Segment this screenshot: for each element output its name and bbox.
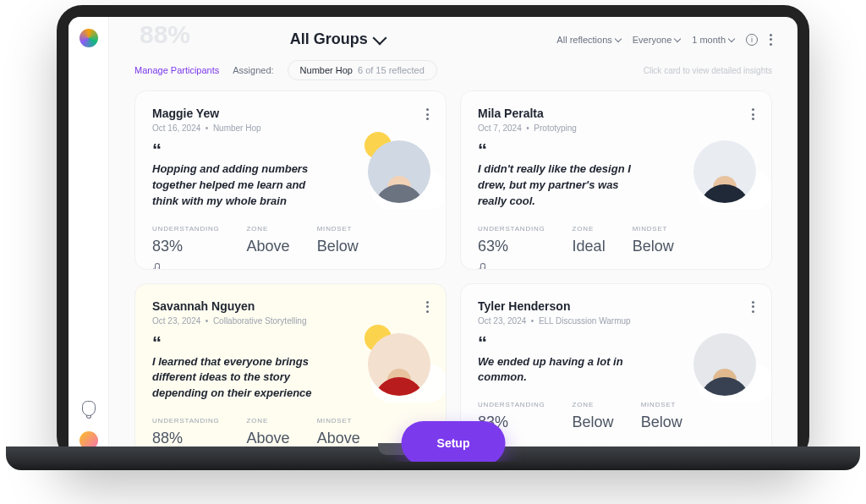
metrics-row: Understanding 83% Zone Below Mindset Bel… [478,401,754,431]
main-panel: 88% All Groups All reflections Everyon [109,17,797,462]
card-subtitle: Oct 7, 2024 • Prototyping [478,123,743,133]
reflection-card[interactable]: Mila Peralta Oct 7, 2024 • Prototyping “… [460,90,772,270]
view-evidence-link[interactable]: View evidence [152,267,429,270]
card-more-icon[interactable] [426,108,429,120]
metric-zone: Zone Above [247,225,290,255]
metric-zone: Zone Above [247,417,290,447]
metric-mindset: Mindset Below [641,401,682,431]
background-metric: 88% [140,20,190,49]
metric-understanding: Understanding 83% [152,225,220,255]
reflection-quote: I learned that everyone brings different… [152,354,324,403]
sub-bar: Manage Participants Assigned: Number Hop… [109,57,797,90]
metrics-row: Understanding 63% Zone Ideal Mindset Bel… [478,225,754,255]
filter-reflections[interactable]: All reflections [556,35,620,45]
info-icon[interactable]: i [746,34,758,46]
card-header: Tyler Henderson Oct 23, 2024 • ELL Discu… [478,299,754,326]
filter-period-label: 1 month [692,35,726,45]
app-logo-icon[interactable] [79,29,98,47]
filter-people-label: Everyone [633,35,671,45]
more-menu-icon[interactable] [770,34,772,46]
top-bar: 88% All Groups All reflections Everyon [109,17,797,57]
card-header: Maggie Yew Oct 16, 2024 • Number Hop [152,107,429,133]
group-selector-label: All Groups [290,30,368,48]
card-header: Mila Peralta Oct 7, 2024 • Prototyping [478,107,754,133]
reflection-card[interactable]: Maggie Yew Oct 16, 2024 • Number Hop “ H… [134,90,447,270]
student-name: Maggie Yew [152,107,418,120]
student-avatar [368,333,430,396]
filter-people[interactable]: Everyone [633,35,680,45]
student-name: Tyler Henderson [478,299,743,313]
attachment-icon [152,267,161,270]
metric-understanding: Understanding 63% [478,225,545,255]
metric-mindset: Mindset Below [317,225,359,255]
student-avatar [693,333,756,396]
metric-zone: Zone Below [573,401,614,431]
chevron-down-icon [372,30,386,45]
sidebar-bottom [79,401,98,450]
chevron-down-icon [615,35,622,41]
chevron-down-icon [674,35,681,41]
app-screen: 88% All Groups All reflections Everyon [69,17,797,462]
laptop-frame: 88% All Groups All reflections Everyon [57,5,809,462]
metric-zone: Zone Ideal [573,225,606,255]
card-illustration [693,333,756,396]
reflection-card[interactable]: Savannah Nguyen Oct 23, 2024 • Collabora… [134,283,447,463]
chevron-down-icon [728,35,735,41]
metrics-row: Understanding 83% Zone Above Mindset Bel… [152,225,429,255]
student-avatar [693,140,756,203]
filter-reflections-label: All reflections [556,35,611,45]
card-header: Savannah Nguyen Oct 23, 2024 • Collabora… [152,299,429,326]
student-name: Savannah Nguyen [152,299,418,313]
notifications-icon[interactable] [82,401,96,416]
setup-button[interactable]: Setup [402,421,506,462]
card-subtitle: Oct 23, 2024 • ELL Discussion Warmup [478,316,743,326]
card-illustration [368,140,430,203]
filter-bar: All reflections Everyone 1 month i [556,34,772,46]
attachment-icon [478,267,486,270]
filter-period[interactable]: 1 month [692,35,734,45]
manage-participants-link[interactable]: Manage Participants [134,65,219,75]
metric-mindset: Mindset Above [317,417,360,447]
student-avatar [368,140,430,203]
assigned-label: Assigned: [233,65,273,75]
card-more-icon[interactable] [752,301,754,313]
card-more-icon[interactable] [752,108,754,120]
card-illustration [368,333,430,396]
reflection-quote: I didn't really like the design I drew, … [478,162,650,210]
group-selector[interactable]: All Groups [290,30,385,48]
hint-text: Click card to view detailed insights [644,66,772,75]
card-illustration [693,140,756,203]
student-name: Mila Peralta [478,107,743,120]
metric-understanding: Understanding 88% [152,417,220,447]
reflection-grid: Maggie Yew Oct 16, 2024 • Number Hop “ H… [109,90,797,462]
assigned-pill[interactable]: Number Hop 6 of 15 reflected [288,60,437,80]
sidebar [69,17,109,462]
reflection-quote: Hopping and adding numbers together help… [152,162,324,210]
metric-mindset: Mindset Below [633,225,674,255]
assigned-pill-count: 6 of 15 reflected [358,65,425,75]
reflection-quote: We ended up having a lot in common. [478,354,650,386]
card-more-icon[interactable] [426,301,429,313]
view-evidence-link[interactable]: View evidence [478,267,754,270]
assigned-pill-title: Number Hop [300,65,353,75]
card-subtitle: Oct 23, 2024 • Collaborative Storytellin… [152,316,418,326]
reflection-card[interactable]: Tyler Henderson Oct 23, 2024 • ELL Discu… [460,283,772,463]
